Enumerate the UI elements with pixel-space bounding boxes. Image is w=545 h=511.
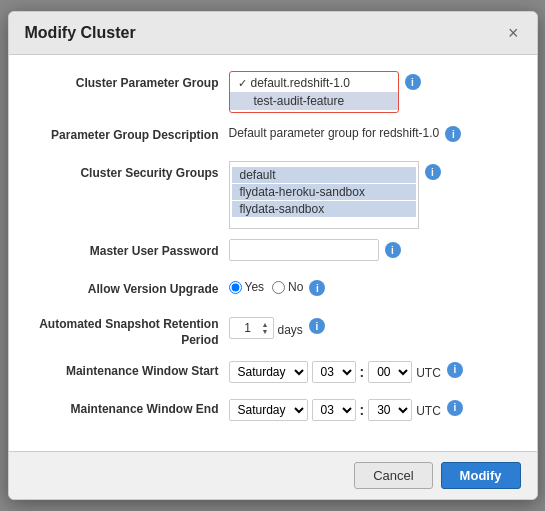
maintenance-start-selects: Saturday 03 : 00 UTC xyxy=(229,359,441,383)
param-group-desc-row: Parameter Group Description Default para… xyxy=(29,123,517,151)
cancel-button[interactable]: Cancel xyxy=(354,462,432,489)
maintenance-start-colon: : xyxy=(360,363,365,380)
maintenance-end-control: Saturday 03 : 30 UTC i xyxy=(229,397,517,421)
snapshot-stepper-down-arrow[interactable]: ▼ xyxy=(262,328,269,335)
dialog-header: Modify Cluster × xyxy=(9,12,537,55)
maintenance-start-control: Saturday 03 : 00 UTC i xyxy=(229,359,517,383)
security-groups-control: default flydata-heroku-sandbox flydata-s… xyxy=(229,161,517,229)
maintenance-start-utc: UTC xyxy=(416,363,441,380)
master-password-input[interactable] xyxy=(229,239,379,261)
cluster-param-group-dropdown[interactable]: ✓ default.redshift-1.0 test-audit-featur… xyxy=(229,71,399,113)
maintenance-end-day-select[interactable]: Saturday xyxy=(229,399,308,421)
cluster-param-group-control: ✓ default.redshift-1.0 test-audit-featur… xyxy=(229,71,517,113)
security-groups-list[interactable]: default flydata-heroku-sandbox flydata-s… xyxy=(229,161,419,229)
snapshot-retention-info-icon[interactable]: i xyxy=(309,318,325,334)
security-item-heroku[interactable]: flydata-heroku-sandbox xyxy=(232,184,416,200)
snapshot-stepper-up-arrow[interactable]: ▲ xyxy=(262,321,269,328)
maintenance-end-selects: Saturday 03 : 30 UTC xyxy=(229,397,441,421)
security-item-sandbox[interactable]: flydata-sandbox xyxy=(232,201,416,217)
snapshot-stepper-arrows: ▲ ▼ xyxy=(262,318,269,338)
maintenance-end-label: Maintenance Window End xyxy=(29,397,229,418)
security-item-default[interactable]: default xyxy=(232,167,416,183)
allow-version-upgrade-no-text: No xyxy=(288,280,303,294)
snapshot-retention-label-line2: Period xyxy=(181,333,218,347)
maintenance-end-info-icon[interactable]: i xyxy=(447,400,463,416)
maintenance-end-colon: : xyxy=(360,401,365,418)
allow-version-upgrade-yes-radio[interactable] xyxy=(229,281,242,294)
param-group-option-default-label: default.redshift-1.0 xyxy=(251,76,350,90)
master-password-label: Master User Password xyxy=(29,239,229,260)
allow-version-upgrade-label: Allow Version Upgrade xyxy=(29,277,229,298)
master-password-info-icon[interactable]: i xyxy=(385,242,401,258)
maintenance-end-hour-select[interactable]: 03 xyxy=(312,399,356,421)
maintenance-end-utc: UTC xyxy=(416,401,441,418)
close-button[interactable]: × xyxy=(506,24,521,42)
maintenance-start-day-select[interactable]: Saturday xyxy=(229,361,308,383)
modify-cluster-dialog: Modify Cluster × Cluster Parameter Group… xyxy=(8,11,538,499)
maintenance-start-row: Maintenance Window Start Saturday 03 : 0… xyxy=(29,359,517,387)
param-group-option-default[interactable]: ✓ default.redshift-1.0 xyxy=(230,74,398,92)
param-group-desc-info-icon[interactable]: i xyxy=(445,126,461,142)
snapshot-retention-row: Automated Snapshot Retention Period 1 ▲ … xyxy=(29,315,517,348)
snapshot-days-label: days xyxy=(278,320,303,337)
dialog-body: Cluster Parameter Group ✓ default.redshi… xyxy=(9,55,537,450)
snapshot-stepper-value: 1 xyxy=(234,321,262,335)
snapshot-stepper-wrap: 1 ▲ ▼ days xyxy=(229,315,303,339)
allow-version-upgrade-no-label[interactable]: No xyxy=(272,280,303,294)
param-group-option-test-label: test-audit-feature xyxy=(254,94,345,108)
cluster-param-group-info-icon[interactable]: i xyxy=(405,74,421,90)
master-password-control: i xyxy=(229,239,517,261)
maintenance-start-label: Maintenance Window Start xyxy=(29,359,229,380)
snapshot-retention-label-line1: Automated Snapshot Retention xyxy=(39,317,218,331)
security-groups-info-icon[interactable]: i xyxy=(425,164,441,180)
allow-version-upgrade-yes-text: Yes xyxy=(245,280,265,294)
allow-version-upgrade-info-icon[interactable]: i xyxy=(309,280,325,296)
security-groups-row: Cluster Security Groups default flydata-… xyxy=(29,161,517,229)
cluster-param-group-label: Cluster Parameter Group xyxy=(29,71,229,92)
allow-version-upgrade-control: Yes No i xyxy=(229,277,517,296)
master-password-row: Master User Password i xyxy=(29,239,517,267)
maintenance-end-row: Maintenance Window End Saturday 03 : 30 … xyxy=(29,397,517,425)
maintenance-end-minute-select[interactable]: 30 xyxy=(368,399,412,421)
checkmark-icon: ✓ xyxy=(238,77,247,90)
snapshot-retention-control: 1 ▲ ▼ days i xyxy=(229,315,517,339)
security-list-spacer xyxy=(230,218,418,224)
allow-version-upgrade-no-radio[interactable] xyxy=(272,281,285,294)
security-groups-label: Cluster Security Groups xyxy=(29,161,229,182)
modify-button[interactable]: Modify xyxy=(441,462,521,489)
dialog-footer: Cancel Modify xyxy=(9,451,537,499)
snapshot-retention-label: Automated Snapshot Retention Period xyxy=(29,315,229,348)
cluster-param-group-row: Cluster Parameter Group ✓ default.redshi… xyxy=(29,71,517,113)
snapshot-stepper[interactable]: 1 ▲ ▼ xyxy=(229,317,274,339)
maintenance-start-minute-select[interactable]: 00 xyxy=(368,361,412,383)
param-group-desc-control: Default parameter group for redshift-1.0… xyxy=(229,123,517,142)
allow-version-upgrade-yes-label[interactable]: Yes xyxy=(229,280,265,294)
maintenance-start-info-icon[interactable]: i xyxy=(447,362,463,378)
param-group-desc-label: Parameter Group Description xyxy=(29,123,229,144)
param-group-desc-value: Default parameter group for redshift-1.0 xyxy=(229,123,440,140)
allow-version-upgrade-radio-group: Yes No xyxy=(229,277,304,294)
allow-version-upgrade-row: Allow Version Upgrade Yes No i xyxy=(29,277,517,305)
maintenance-start-hour-select[interactable]: 03 xyxy=(312,361,356,383)
param-group-option-test[interactable]: test-audit-feature xyxy=(230,92,398,110)
dialog-title: Modify Cluster xyxy=(25,24,136,42)
